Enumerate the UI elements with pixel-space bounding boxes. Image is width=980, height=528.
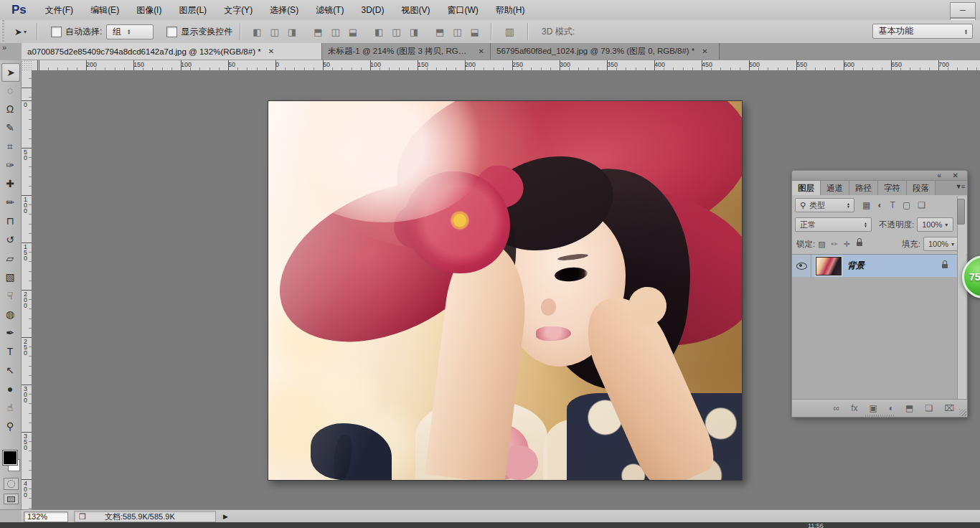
tool-preset-caret-icon[interactable]: ▾: [24, 29, 27, 35]
align-button-icon[interactable]: ⬒: [435, 27, 444, 37]
tab-close-icon[interactable]: ✕: [479, 47, 484, 55]
footer-button-icon[interactable]: ⌧: [944, 403, 954, 413]
auto-select-checkbox[interactable]: [51, 27, 62, 37]
align-button-icon[interactable]: ◫: [453, 27, 461, 37]
menu-item[interactable]: 帮助(H): [487, 1, 534, 20]
footer-button-icon[interactable]: ∞: [834, 403, 840, 413]
options-drag-handle[interactable]: [0, 20, 6, 43]
foreground-color-swatch[interactable]: [3, 451, 17, 465]
panel-header[interactable]: « ✕: [792, 171, 967, 181]
align-button-icon[interactable]: ◫: [331, 27, 339, 37]
tool-button[interactable]: ↺: [1, 231, 19, 248]
window-control-button[interactable]: ─: [950, 2, 976, 18]
collapse-panel-icon[interactable]: «: [937, 171, 941, 180]
align-button-icon[interactable]: ◨: [410, 27, 418, 37]
panel-resize-grip[interactable]: [959, 409, 966, 416]
auto-select-dropdown[interactable]: 组 ▲▼: [106, 24, 154, 39]
tool-button[interactable]: ⚲: [1, 418, 19, 435]
tool-button[interactable]: ↖: [1, 362, 19, 379]
footer-button-icon[interactable]: ▣: [869, 403, 877, 413]
layer-visibility-cell[interactable]: [792, 255, 811, 277]
auto-align-button-icon[interactable]: ▥: [505, 26, 514, 37]
tool-button[interactable]: ✒: [1, 324, 19, 341]
tool-button[interactable]: ✚: [1, 175, 19, 192]
menu-item[interactable]: 选择(S): [261, 1, 307, 20]
panel-menu-icon[interactable]: ▼≡: [956, 183, 964, 190]
screen-mode-button[interactable]: [4, 494, 19, 504]
quick-mask-button[interactable]: [4, 478, 19, 490]
footer-button-icon[interactable]: ◐: [889, 403, 894, 413]
ruler-origin-corner[interactable]: [22, 60, 32, 71]
lock-button-icon[interactable]: ✏: [831, 240, 838, 248]
menu-item[interactable]: 图像(I): [128, 1, 170, 20]
tool-button[interactable]: ⌗: [1, 138, 19, 155]
menu-item[interactable]: 3D(D): [352, 1, 392, 20]
footer-button-icon[interactable]: ❏: [925, 403, 933, 413]
footer-button-icon[interactable]: ⬒: [905, 403, 913, 413]
align-button-icon[interactable]: ⬓: [349, 27, 357, 37]
panel-tab[interactable]: 字符: [878, 181, 907, 195]
layer-filter-dropdown[interactable]: ⚲ 类型 ▲▼: [795, 198, 854, 212]
tool-button[interactable]: ⊓: [1, 212, 19, 230]
tool-button[interactable]: ●: [1, 380, 19, 397]
menu-item[interactable]: 编辑(E): [82, 1, 128, 20]
tool-button[interactable]: Ω: [1, 100, 19, 118]
close-panel-icon[interactable]: ✕: [953, 171, 958, 180]
menu-item[interactable]: 文件(F): [37, 1, 82, 20]
align-button-icon[interactable]: ◨: [288, 27, 296, 37]
vertical-ruler[interactable]: 050100150200250300350400: [22, 70, 32, 509]
filter-button-icon[interactable]: ▦: [862, 200, 870, 210]
layer-thumbnail[interactable]: [816, 257, 842, 275]
tab-close-icon[interactable]: ✕: [702, 47, 707, 55]
footer-button-icon[interactable]: fx: [851, 403, 857, 413]
tool-button[interactable]: ✑: [1, 156, 19, 174]
lock-button-icon[interactable]: ▨: [818, 240, 825, 248]
align-button-icon[interactable]: ◫: [392, 27, 400, 37]
menu-item[interactable]: 滤镜(T): [307, 1, 352, 20]
filter-button-icon[interactable]: T: [890, 200, 895, 210]
filter-button-icon[interactable]: ◐: [877, 200, 882, 210]
tool-button[interactable]: ☝: [1, 399, 19, 416]
menu-item[interactable]: 视图(V): [392, 1, 438, 20]
tool-button[interactable]: ▧: [1, 268, 19, 286]
canvas-image[interactable]: [268, 100, 743, 481]
document-info-field[interactable]: ❐ 文档:585.9K/585.9K: [74, 511, 216, 522]
panel-tab[interactable]: 路径: [849, 181, 878, 195]
lock-button-icon[interactable]: ✛: [844, 240, 850, 248]
export-icon[interactable]: ❐: [79, 512, 86, 522]
align-button-icon[interactable]: ◫: [270, 27, 279, 37]
align-button-icon[interactable]: ⬓: [471, 27, 479, 37]
tool-button[interactable]: ◍: [1, 306, 19, 323]
menu-item[interactable]: 文字(Y): [215, 1, 261, 20]
layer-row[interactable]: 背景: [792, 255, 958, 277]
filter-button-icon[interactable]: ▢: [903, 200, 910, 210]
menu-item[interactable]: 窗口(W): [438, 1, 486, 20]
align-button-icon[interactable]: ◧: [253, 27, 261, 37]
panel-scrollbar[interactable]: [957, 197, 966, 399]
document-tab[interactable]: 56795af60f8ed_1024.jpg @ 79.3% (图层 0, RG…: [491, 43, 720, 60]
tool-button[interactable]: T: [1, 343, 19, 360]
tool-button[interactable]: ✏: [1, 194, 19, 211]
panel-tab[interactable]: 段落: [907, 181, 936, 195]
tool-button[interactable]: ◌: [1, 82, 19, 99]
scrollbar-thumb[interactable]: [957, 199, 965, 225]
tab-close-icon[interactable]: ✕: [268, 47, 274, 55]
panel-tab[interactable]: 通道: [821, 181, 849, 195]
filter-button-icon[interactable]: ❏: [918, 200, 925, 210]
tool-button[interactable]: ☟: [1, 287, 19, 304]
show-transform-checkbox[interactable]: [166, 27, 177, 37]
opacity-dropdown[interactable]: 100% ▾: [917, 217, 953, 232]
status-options-arrow-icon[interactable]: ▶: [223, 513, 228, 520]
menu-item[interactable]: 图层(L): [170, 1, 215, 20]
tool-button[interactable]: ▱: [1, 250, 19, 267]
align-button-icon[interactable]: ⬒: [314, 27, 322, 37]
panel-tab[interactable]: 图层: [792, 181, 821, 195]
horizontal-ruler[interactable]: 2001501005005010015020025030035040045050…: [32, 60, 980, 71]
blend-mode-dropdown[interactable]: 正常 ▲▼: [795, 217, 872, 232]
workspace-dropdown[interactable]: 基本功能 ▲▼: [872, 24, 973, 39]
tool-button[interactable]: ✎: [1, 119, 19, 136]
fill-dropdown[interactable]: 100% ▾: [923, 237, 960, 251]
document-tab[interactable]: 未标题-1 @ 214% (图层 3 拷贝, RGB/8) * ✕: [322, 43, 491, 60]
zoom-level-field[interactable]: 132%: [24, 512, 68, 522]
lock-all-icon[interactable]: [857, 242, 862, 246]
